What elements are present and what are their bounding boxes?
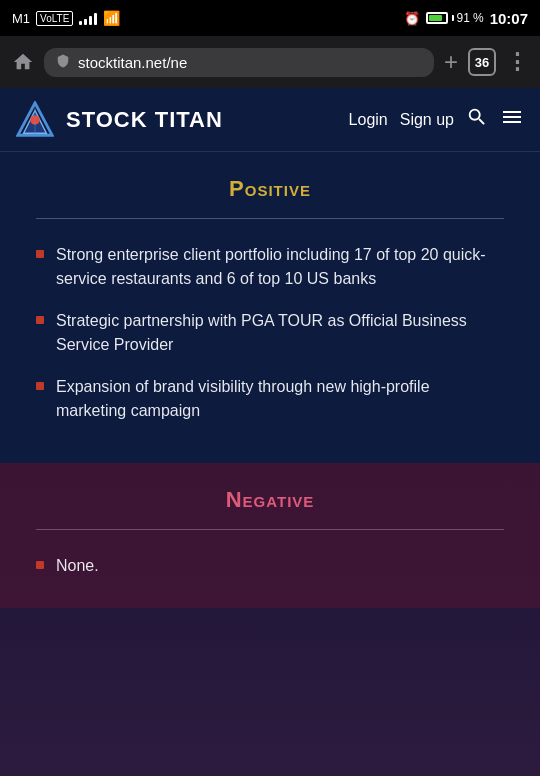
negative-bullet-list: None.	[36, 554, 504, 578]
bullet-icon	[36, 382, 44, 390]
search-icon[interactable]	[466, 106, 488, 133]
browser-chrome: stocktitan.net/ne + 36 ⋮	[0, 36, 540, 88]
list-item: None.	[36, 554, 504, 578]
site-header: STOCK TITAN Login Sign up	[0, 88, 540, 152]
time-label: 10:07	[490, 10, 528, 27]
list-item: Strong enterprise client portfolio inclu…	[36, 243, 504, 291]
status-left: M1 VoLTE 📶	[12, 10, 120, 26]
wifi-icon: 📶	[103, 10, 120, 26]
positive-title: Positive	[36, 176, 504, 202]
negative-section: Negative None.	[0, 463, 540, 608]
bullet-text: Strategic partnership with PGA TOUR as O…	[56, 309, 504, 357]
positive-section: Positive Strong enterprise client portfo…	[0, 152, 540, 463]
tab-count-button[interactable]: 36	[468, 48, 496, 76]
hamburger-menu-icon[interactable]	[500, 105, 524, 135]
nav-links: Login Sign up	[349, 105, 524, 135]
logo-icon	[16, 101, 54, 139]
security-icon	[56, 54, 70, 71]
battery-icon: 91%	[426, 11, 484, 25]
login-link[interactable]: Login	[349, 111, 388, 129]
alarm-icon: ⏰	[404, 11, 420, 26]
url-text: stocktitan.net/ne	[78, 54, 187, 71]
home-icon[interactable]	[12, 51, 34, 73]
main-content: Positive Strong enterprise client portfo…	[0, 152, 540, 776]
more-menu-button[interactable]: ⋮	[506, 49, 528, 75]
signal-bars-icon	[79, 11, 97, 25]
bullet-text: Strong enterprise client portfolio inclu…	[56, 243, 504, 291]
positive-divider	[36, 218, 504, 219]
address-bar[interactable]: stocktitan.net/ne	[44, 48, 434, 77]
positive-bullet-list: Strong enterprise client portfolio inclu…	[36, 243, 504, 423]
bullet-icon	[36, 561, 44, 569]
bullet-icon	[36, 316, 44, 324]
site-title: STOCK TITAN	[66, 107, 337, 133]
volte-badge: VoLTE	[36, 11, 73, 26]
list-item: Expansion of brand visibility through ne…	[36, 375, 504, 423]
new-tab-button[interactable]: +	[444, 48, 458, 76]
signup-link[interactable]: Sign up	[400, 111, 454, 129]
bullet-icon	[36, 250, 44, 258]
carrier-label: M1	[12, 11, 30, 26]
negative-title: Negative	[36, 487, 504, 513]
bullet-text: Expansion of brand visibility through ne…	[56, 375, 504, 423]
negative-divider	[36, 529, 504, 530]
bullet-text: None.	[56, 554, 99, 578]
battery-percent: 91	[457, 11, 470, 25]
list-item: Strategic partnership with PGA TOUR as O…	[36, 309, 504, 357]
status-bar: M1 VoLTE 📶 ⏰ 91% 10:07	[0, 0, 540, 36]
status-right: ⏰ 91% 10:07	[404, 10, 528, 27]
